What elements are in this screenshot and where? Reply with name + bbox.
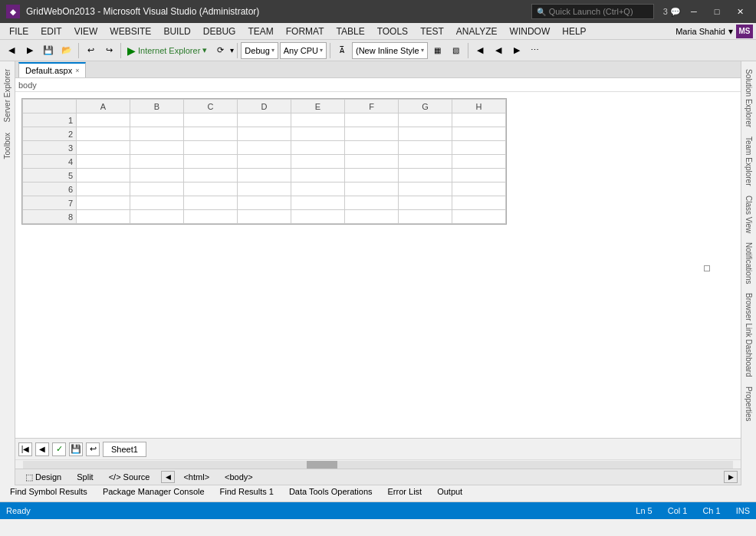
refresh-arrow[interactable]: ▾ — [230, 46, 234, 54]
cell-7-1[interactable] — [130, 196, 184, 210]
hscroll[interactable] — [15, 459, 741, 469]
tab-close-btn[interactable]: × — [75, 67, 79, 74]
cell-2-5[interactable] — [345, 127, 399, 141]
style-dropdown[interactable]: (New Inline Style ▾ — [352, 42, 428, 59]
sidebar-browser-link[interactable]: Browser Link Dashboard — [743, 288, 754, 382]
cell-8-4[interactable] — [291, 210, 345, 224]
cell-4-3[interactable] — [238, 155, 291, 169]
cell-4-6[interactable] — [399, 155, 452, 169]
design-tab[interactable]: ⬚ Design — [18, 469, 68, 485]
hscroll-thumb[interactable] — [307, 461, 337, 469]
menu-view[interactable]: VIEW — [68, 25, 104, 38]
sidebar-item-server-explorer[interactable]: Server Explorer — [2, 64, 13, 127]
menu-website[interactable]: WEBSITE — [104, 25, 157, 38]
panel-data-tools[interactable]: Data Tools Operations — [282, 486, 380, 501]
cell-8-2[interactable] — [184, 210, 238, 224]
cell-1-3[interactable] — [238, 113, 291, 127]
cell-1-1[interactable] — [130, 113, 184, 127]
toolbar-back[interactable]: ◀ — [3, 42, 20, 59]
nav-left-btn[interactable]: ◀ — [161, 471, 175, 483]
sidebar-item-toolbox[interactable]: Toolbox — [2, 128, 13, 163]
sidebar-notifications[interactable]: Notifications — [743, 238, 754, 288]
toolbar-nav1[interactable]: ◀ — [472, 42, 488, 59]
cell-6-0[interactable] — [77, 183, 130, 196]
toolbar-forward[interactable]: ▶ — [21, 42, 38, 59]
cell-2-1[interactable] — [130, 127, 184, 141]
cell-4-1[interactable] — [130, 155, 184, 169]
cell-7-7[interactable] — [452, 196, 506, 210]
cell-5-0[interactable] — [77, 169, 130, 183]
restore-button[interactable]: □ — [707, 4, 727, 19]
close-button[interactable]: ✕ — [730, 4, 750, 19]
cell-3-1[interactable] — [130, 141, 184, 155]
cell-3-5[interactable] — [345, 141, 399, 155]
menu-format[interactable]: FORMAT — [280, 25, 330, 38]
toolbar-save[interactable]: 💾 — [40, 42, 57, 59]
sidebar-team-explorer[interactable]: Team Explorer — [743, 132, 754, 190]
toolbar-btn-c[interactable]: ▧ — [448, 42, 465, 59]
cell-1-0[interactable] — [77, 113, 130, 127]
cell-6-4[interactable] — [291, 183, 345, 196]
cell-6-5[interactable] — [345, 183, 399, 196]
sheet-save[interactable]: 💾 — [69, 442, 83, 456]
cell-7-3[interactable] — [238, 196, 291, 210]
cell-8-7[interactable] — [452, 210, 506, 224]
cell-3-4[interactable] — [291, 141, 345, 155]
cpu-dropdown[interactable]: Any CPU ▾ — [280, 42, 327, 59]
config-dropdown[interactable]: Debug ▾ — [241, 42, 278, 59]
cell-6-2[interactable] — [184, 183, 238, 196]
cell-2-3[interactable] — [238, 127, 291, 141]
cell-3-2[interactable] — [184, 141, 238, 155]
cell-3-7[interactable] — [452, 141, 506, 155]
toolbar-undo[interactable]: ↩ — [82, 42, 99, 59]
menu-file[interactable]: FILE — [3, 25, 35, 38]
panel-output[interactable]: Output — [430, 486, 469, 501]
cell-4-4[interactable] — [291, 155, 345, 169]
toolbar-btn-b[interactable]: ▦ — [429, 42, 446, 59]
cell-7-4[interactable] — [291, 196, 345, 210]
sheet-nav-prev[interactable]: ◀ — [35, 442, 49, 456]
split-tab[interactable]: Split — [70, 469, 100, 485]
sheet1-tab[interactable]: Sheet1 — [103, 442, 146, 457]
cell-2-6[interactable] — [399, 127, 452, 141]
menu-build[interactable]: BUILD — [157, 25, 196, 38]
menu-tools[interactable]: TOOLS — [371, 25, 414, 38]
menu-test[interactable]: TEST — [414, 25, 450, 38]
cell-5-6[interactable] — [399, 169, 452, 183]
nav-right-btn[interactable]: ▶ — [724, 471, 738, 483]
cell-6-6[interactable] — [399, 183, 452, 196]
toolbar-more[interactable]: ⋯ — [527, 42, 544, 59]
menu-help[interactable]: HELP — [556, 25, 592, 38]
minimize-button[interactable]: ─ — [684, 4, 704, 19]
cell-6-1[interactable] — [130, 183, 184, 196]
cell-6-7[interactable] — [452, 183, 506, 196]
menu-analyze[interactable]: ANALYZE — [450, 25, 504, 38]
cell-1-5[interactable] — [345, 113, 399, 127]
sidebar-solution-explorer[interactable]: Solution Explorer — [743, 64, 754, 132]
toolbar-open[interactable]: 📂 — [58, 42, 75, 59]
cell-7-6[interactable] — [399, 196, 452, 210]
cell-1-7[interactable] — [452, 113, 506, 127]
sheet-checkmark[interactable]: ✓ — [52, 442, 66, 456]
active-tab[interactable]: Default.aspx × — [18, 62, 86, 77]
sidebar-class-view[interactable]: Class View — [743, 191, 754, 238]
cell-3-0[interactable] — [77, 141, 130, 155]
menu-window[interactable]: WINDOW — [504, 25, 557, 38]
menu-team[interactable]: TEAM — [242, 25, 279, 38]
hscroll-track[interactable] — [23, 461, 733, 469]
cell-5-5[interactable] — [345, 169, 399, 183]
toolbar-redo[interactable]: ↪ — [100, 42, 117, 59]
cell-3-6[interactable] — [399, 141, 452, 155]
body-tag[interactable]: <body> — [218, 469, 260, 485]
panel-find-results[interactable]: Find Results 1 — [213, 486, 281, 501]
html-tag[interactable]: <html> — [176, 469, 216, 485]
cell-1-6[interactable] — [399, 113, 452, 127]
menu-table[interactable]: TABLE — [330, 25, 371, 38]
cell-4-5[interactable] — [345, 155, 399, 169]
cell-2-7[interactable] — [452, 127, 506, 141]
run-button[interactable]: ▶ Internet Explorer ▾ — [124, 42, 210, 59]
cell-6-3[interactable] — [238, 183, 291, 196]
cell-5-4[interactable] — [291, 169, 345, 183]
cell-3-3[interactable] — [238, 141, 291, 155]
sheet-undo[interactable]: ↩ — [86, 442, 100, 456]
